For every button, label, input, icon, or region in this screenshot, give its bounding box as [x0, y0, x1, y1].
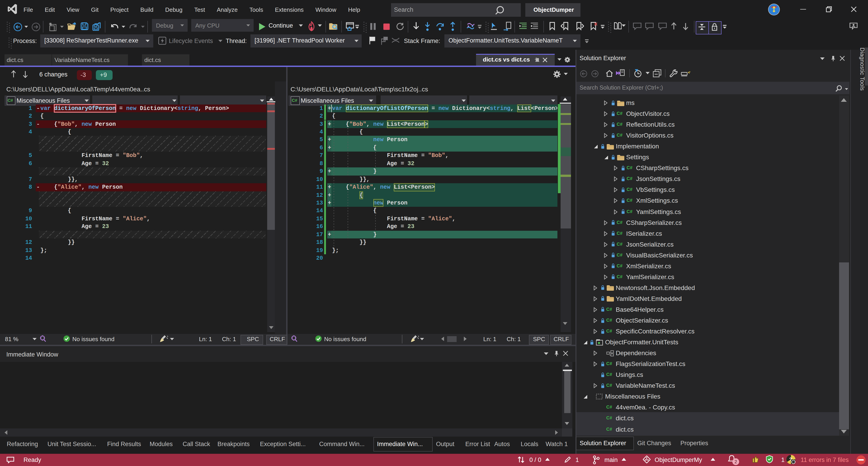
svg-text:2: 2	[735, 459, 737, 464]
